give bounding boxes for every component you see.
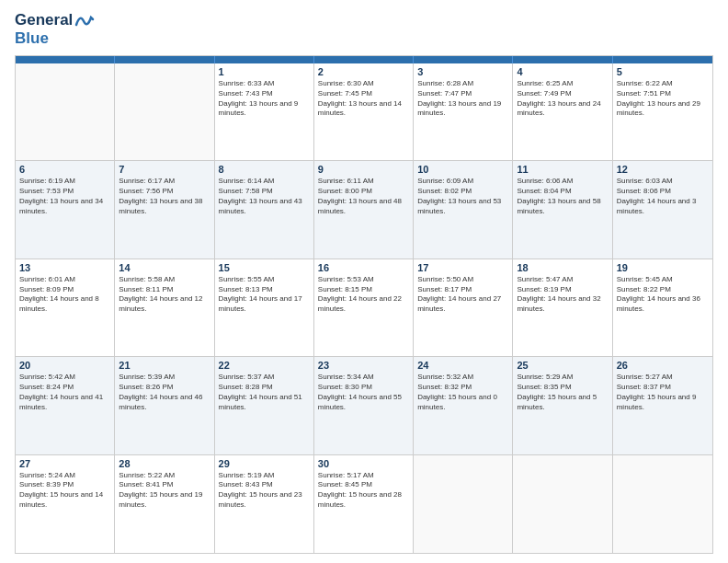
day-cell-25: 25Sunrise: 5:29 AM Sunset: 8:35 PM Dayli… bbox=[513, 357, 612, 454]
calendar-page: General Blue 1Sunrise: 6:33 AM Sunset: 7… bbox=[0, 0, 728, 563]
header-wednesday bbox=[314, 56, 414, 63]
day-info: Sunrise: 5:37 AM Sunset: 8:28 PM Dayligh… bbox=[219, 373, 310, 412]
day-info: Sunrise: 5:50 AM Sunset: 8:17 PM Dayligh… bbox=[417, 275, 508, 315]
empty-cell bbox=[16, 63, 115, 160]
day-info: Sunrise: 5:45 AM Sunset: 8:22 PM Dayligh… bbox=[617, 275, 709, 315]
day-number: 13 bbox=[19, 262, 110, 273]
day-cell-22: 22Sunrise: 5:37 AM Sunset: 8:28 PM Dayli… bbox=[215, 357, 314, 454]
header-monday bbox=[115, 56, 214, 63]
day-info: Sunrise: 5:39 AM Sunset: 8:26 PM Dayligh… bbox=[119, 373, 210, 412]
empty-cell bbox=[613, 455, 712, 553]
day-number: 9 bbox=[318, 164, 409, 175]
day-cell-26: 26Sunrise: 5:27 AM Sunset: 8:37 PM Dayli… bbox=[613, 357, 712, 454]
day-info: Sunrise: 5:58 AM Sunset: 8:11 PM Dayligh… bbox=[119, 275, 210, 315]
day-number: 4 bbox=[517, 66, 608, 77]
day-number: 21 bbox=[119, 360, 210, 371]
day-cell-11: 11Sunrise: 6:06 AM Sunset: 8:04 PM Dayli… bbox=[513, 161, 612, 258]
day-info: Sunrise: 5:17 AM Sunset: 8:45 PM Dayligh… bbox=[318, 471, 409, 511]
header-tuesday bbox=[215, 56, 314, 63]
day-cell-29: 29Sunrise: 5:19 AM Sunset: 8:43 PM Dayli… bbox=[215, 455, 314, 553]
day-cell-23: 23Sunrise: 5:34 AM Sunset: 8:30 PM Dayli… bbox=[314, 357, 414, 454]
day-cell-4: 4Sunrise: 6:25 AM Sunset: 7:49 PM Daylig… bbox=[513, 63, 612, 160]
day-info: Sunrise: 6:33 AM Sunset: 7:43 PM Dayligh… bbox=[219, 79, 310, 119]
day-info: Sunrise: 5:22 AM Sunset: 8:41 PM Dayligh… bbox=[119, 471, 210, 511]
header-thursday bbox=[414, 56, 513, 63]
day-cell-1: 1Sunrise: 6:33 AM Sunset: 7:43 PM Daylig… bbox=[215, 63, 314, 160]
day-number: 19 bbox=[617, 262, 709, 273]
day-number: 3 bbox=[417, 66, 508, 77]
day-cell-12: 12Sunrise: 6:03 AM Sunset: 8:06 PM Dayli… bbox=[613, 161, 712, 258]
day-info: Sunrise: 5:55 AM Sunset: 8:13 PM Dayligh… bbox=[219, 275, 310, 315]
day-info: Sunrise: 5:19 AM Sunset: 8:43 PM Dayligh… bbox=[219, 471, 310, 511]
day-info: Sunrise: 6:25 AM Sunset: 7:49 PM Dayligh… bbox=[517, 79, 608, 119]
day-number: 25 bbox=[517, 360, 608, 371]
logo: General Blue bbox=[15, 11, 95, 48]
day-cell-16: 16Sunrise: 5:53 AM Sunset: 8:15 PM Dayli… bbox=[314, 259, 414, 356]
empty-cell bbox=[115, 63, 214, 160]
header-sunday bbox=[16, 56, 115, 63]
day-number: 23 bbox=[318, 360, 409, 371]
day-cell-19: 19Sunrise: 5:45 AM Sunset: 8:22 PM Dayli… bbox=[613, 259, 712, 356]
calendar-row: 20Sunrise: 5:42 AM Sunset: 8:24 PM Dayli… bbox=[16, 357, 712, 454]
day-number: 22 bbox=[219, 360, 310, 371]
day-cell-6: 6Sunrise: 6:19 AM Sunset: 7:53 PM Daylig… bbox=[16, 161, 115, 258]
day-number: 29 bbox=[219, 458, 310, 469]
day-info: Sunrise: 5:53 AM Sunset: 8:15 PM Dayligh… bbox=[318, 275, 409, 315]
day-info: Sunrise: 5:29 AM Sunset: 8:35 PM Dayligh… bbox=[517, 373, 608, 412]
day-cell-24: 24Sunrise: 5:32 AM Sunset: 8:32 PM Dayli… bbox=[414, 357, 513, 454]
day-info: Sunrise: 6:06 AM Sunset: 8:04 PM Dayligh… bbox=[517, 177, 608, 216]
day-cell-9: 9Sunrise: 6:11 AM Sunset: 8:00 PM Daylig… bbox=[314, 161, 414, 258]
day-cell-10: 10Sunrise: 6:09 AM Sunset: 8:02 PM Dayli… bbox=[414, 161, 513, 258]
day-cell-17: 17Sunrise: 5:50 AM Sunset: 8:17 PM Dayli… bbox=[414, 259, 513, 356]
day-cell-3: 3Sunrise: 6:28 AM Sunset: 7:47 PM Daylig… bbox=[414, 63, 513, 160]
day-cell-2: 2Sunrise: 6:30 AM Sunset: 7:45 PM Daylig… bbox=[314, 63, 414, 160]
page-header: General Blue bbox=[15, 11, 713, 48]
day-cell-28: 28Sunrise: 5:22 AM Sunset: 8:41 PM Dayli… bbox=[115, 455, 214, 553]
day-info: Sunrise: 6:09 AM Sunset: 8:02 PM Dayligh… bbox=[417, 177, 508, 216]
day-number: 1 bbox=[219, 66, 310, 77]
day-cell-5: 5Sunrise: 6:22 AM Sunset: 7:51 PM Daylig… bbox=[613, 63, 712, 160]
day-info: Sunrise: 5:42 AM Sunset: 8:24 PM Dayligh… bbox=[19, 373, 110, 412]
day-number: 17 bbox=[417, 262, 508, 273]
day-number: 11 bbox=[517, 164, 608, 175]
calendar-body: 1Sunrise: 6:33 AM Sunset: 7:43 PM Daylig… bbox=[16, 63, 712, 553]
day-number: 2 bbox=[318, 66, 409, 77]
day-number: 26 bbox=[617, 360, 709, 371]
day-info: Sunrise: 6:14 AM Sunset: 7:58 PM Dayligh… bbox=[219, 177, 310, 216]
header-saturday bbox=[613, 56, 712, 63]
day-info: Sunrise: 6:19 AM Sunset: 7:53 PM Dayligh… bbox=[19, 177, 110, 216]
day-number: 10 bbox=[417, 164, 508, 175]
day-info: Sunrise: 6:11 AM Sunset: 8:00 PM Dayligh… bbox=[318, 177, 409, 216]
day-number: 7 bbox=[119, 164, 210, 175]
calendar-row: 27Sunrise: 5:24 AM Sunset: 8:39 PM Dayli… bbox=[16, 455, 712, 553]
day-info: Sunrise: 6:30 AM Sunset: 7:45 PM Dayligh… bbox=[318, 79, 409, 119]
day-cell-27: 27Sunrise: 5:24 AM Sunset: 8:39 PM Dayli… bbox=[16, 455, 115, 553]
day-cell-8: 8Sunrise: 6:14 AM Sunset: 7:58 PM Daylig… bbox=[215, 161, 314, 258]
day-cell-7: 7Sunrise: 6:17 AM Sunset: 7:56 PM Daylig… bbox=[115, 161, 214, 258]
empty-cell bbox=[414, 455, 513, 553]
day-cell-30: 30Sunrise: 5:17 AM Sunset: 8:45 PM Dayli… bbox=[314, 455, 414, 553]
day-number: 6 bbox=[19, 164, 110, 175]
day-number: 30 bbox=[318, 458, 409, 469]
logo-wave-icon bbox=[74, 12, 95, 29]
day-number: 12 bbox=[617, 164, 709, 175]
day-cell-20: 20Sunrise: 5:42 AM Sunset: 8:24 PM Dayli… bbox=[16, 357, 115, 454]
day-info: Sunrise: 5:47 AM Sunset: 8:19 PM Dayligh… bbox=[517, 275, 608, 315]
day-number: 24 bbox=[417, 360, 508, 371]
day-cell-13: 13Sunrise: 6:01 AM Sunset: 8:09 PM Dayli… bbox=[16, 259, 115, 356]
day-cell-21: 21Sunrise: 5:39 AM Sunset: 8:26 PM Dayli… bbox=[115, 357, 214, 454]
day-info: Sunrise: 5:34 AM Sunset: 8:30 PM Dayligh… bbox=[318, 373, 409, 412]
day-number: 18 bbox=[517, 262, 608, 273]
day-cell-15: 15Sunrise: 5:55 AM Sunset: 8:13 PM Dayli… bbox=[215, 259, 314, 356]
empty-cell bbox=[513, 455, 612, 553]
header-friday bbox=[513, 56, 612, 63]
day-info: Sunrise: 5:27 AM Sunset: 8:37 PM Dayligh… bbox=[617, 373, 709, 412]
day-info: Sunrise: 6:03 AM Sunset: 8:06 PM Dayligh… bbox=[617, 177, 709, 216]
day-number: 5 bbox=[617, 66, 709, 77]
day-cell-18: 18Sunrise: 5:47 AM Sunset: 8:19 PM Dayli… bbox=[513, 259, 612, 356]
day-info: Sunrise: 6:17 AM Sunset: 7:56 PM Dayligh… bbox=[119, 177, 210, 216]
day-number: 8 bbox=[219, 164, 310, 175]
day-info: Sunrise: 5:24 AM Sunset: 8:39 PM Dayligh… bbox=[19, 471, 110, 511]
day-number: 28 bbox=[119, 458, 210, 469]
calendar-row: 6Sunrise: 6:19 AM Sunset: 7:53 PM Daylig… bbox=[16, 161, 712, 259]
